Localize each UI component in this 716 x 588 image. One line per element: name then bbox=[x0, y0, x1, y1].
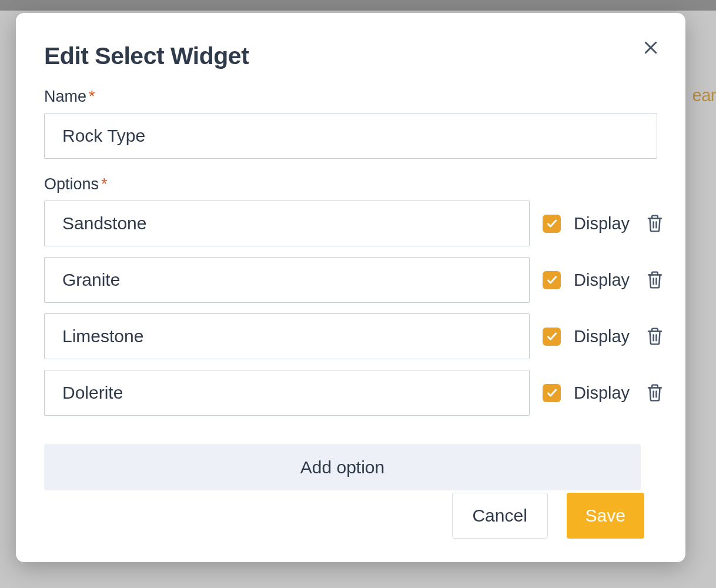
delete-option-button[interactable] bbox=[645, 325, 665, 348]
options-label: Options* bbox=[44, 175, 657, 193]
check-icon bbox=[546, 218, 558, 229]
option-row: Display bbox=[44, 201, 657, 246]
add-option-button[interactable]: Add option bbox=[44, 444, 641, 490]
option-row: Display bbox=[44, 313, 657, 359]
edit-select-widget-modal: Edit Select Widget Name* Options* Displa… bbox=[16, 13, 685, 562]
display-label: Display bbox=[574, 383, 630, 403]
display-label: Display bbox=[574, 327, 630, 346]
display-label: Display bbox=[574, 270, 630, 290]
cancel-button[interactable]: Cancel bbox=[452, 493, 548, 539]
option-input[interactable] bbox=[44, 257, 530, 303]
display-checkbox[interactable] bbox=[543, 384, 561, 402]
check-icon bbox=[546, 387, 558, 399]
delete-option-button[interactable] bbox=[645, 382, 665, 404]
name-label: Name* bbox=[44, 88, 657, 106]
trash-icon bbox=[646, 270, 664, 290]
options-list: Display Display bbox=[44, 201, 657, 416]
delete-option-button[interactable] bbox=[645, 269, 665, 291]
modal-footer: Cancel Save bbox=[44, 493, 657, 539]
trash-icon bbox=[646, 213, 664, 233]
modal-header: Edit Select Widget bbox=[44, 42, 657, 70]
option-input[interactable] bbox=[44, 201, 530, 246]
option-input[interactable] bbox=[44, 370, 530, 416]
required-indicator: * bbox=[89, 88, 95, 105]
close-icon bbox=[642, 39, 660, 56]
name-field-section: Name* bbox=[44, 88, 657, 159]
name-input[interactable] bbox=[44, 113, 657, 159]
option-row: Display bbox=[44, 257, 657, 303]
option-input[interactable] bbox=[44, 313, 530, 359]
display-label: Display bbox=[574, 214, 630, 233]
check-icon bbox=[546, 274, 558, 286]
trash-icon bbox=[646, 326, 664, 346]
options-section: Options* Display bbox=[44, 175, 657, 490]
name-label-text: Name bbox=[44, 88, 86, 105]
display-checkbox[interactable] bbox=[543, 328, 561, 346]
display-checkbox[interactable] bbox=[543, 215, 561, 233]
required-indicator: * bbox=[101, 175, 108, 193]
options-label-text: Options bbox=[44, 175, 99, 193]
display-checkbox[interactable] bbox=[543, 271, 561, 289]
modal-title: Edit Select Widget bbox=[44, 42, 249, 70]
check-icon bbox=[546, 330, 558, 342]
close-button[interactable] bbox=[640, 36, 662, 59]
option-row: Display bbox=[44, 370, 657, 416]
delete-option-button[interactable] bbox=[645, 212, 665, 235]
save-button[interactable]: Save bbox=[567, 493, 644, 539]
trash-icon bbox=[646, 383, 664, 403]
